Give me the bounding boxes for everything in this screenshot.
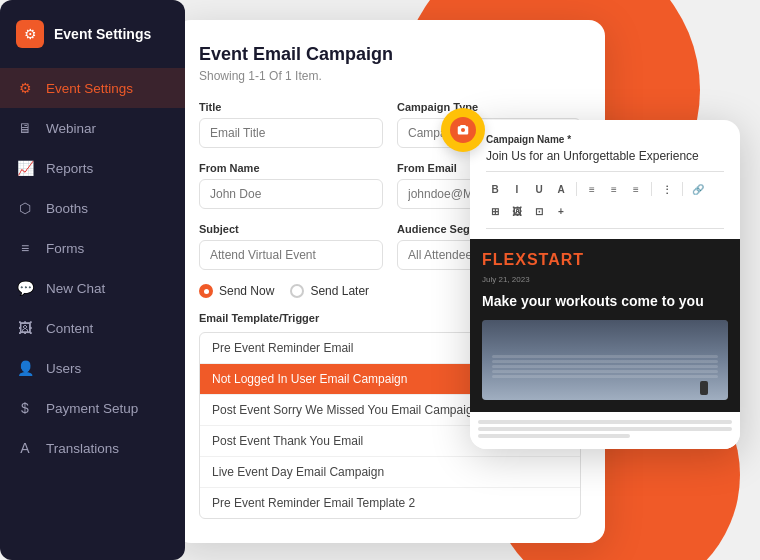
send-later-radio[interactable] xyxy=(290,284,304,298)
sidebar-logo: ⚙ Event Settings xyxy=(0,20,185,68)
template-item-5[interactable]: Live Event Day Email Campaign xyxy=(200,457,580,488)
profile-icon-inner xyxy=(450,117,476,143)
runner-figure xyxy=(700,381,708,395)
sidebar-item-payment-setup[interactable]: $Payment Setup xyxy=(0,388,185,428)
stadium-row xyxy=(492,360,718,363)
from-name-input[interactable] xyxy=(199,179,383,209)
sidebar-item-event-settings[interactable]: ⚙Event Settings xyxy=(0,68,185,108)
sidebar-item-label-payment-setup: Payment Setup xyxy=(46,401,138,416)
users-icon: 👤 xyxy=(16,359,34,377)
event-settings-icon: ⚙ xyxy=(16,79,34,97)
sidebar-item-webinar[interactable]: 🖥Webinar xyxy=(0,108,185,148)
panel-subtitle: Showing 1-1 Of 1 Item. xyxy=(199,69,581,83)
toolbar-btn-9[interactable]: ⊞ xyxy=(486,202,504,220)
send-now-label: Send Now xyxy=(219,284,274,298)
template-item-6[interactable]: Pre Event Reminder Email Template 2 xyxy=(200,488,580,518)
stadium-row xyxy=(492,370,718,373)
text-line xyxy=(478,427,732,431)
email-text-preview xyxy=(470,412,740,449)
sidebar-item-label-forms: Forms xyxy=(46,241,84,256)
camera-icon xyxy=(456,123,470,137)
toolbar-btn-0[interactable]: B xyxy=(486,180,504,198)
text-line-short xyxy=(478,434,630,438)
toolbar-btn-7[interactable]: ⋮ xyxy=(658,180,676,198)
sidebar-item-label-new-chat: New Chat xyxy=(46,281,105,296)
toolbar-btn-4[interactable]: ≡ xyxy=(583,180,601,198)
email-image-preview xyxy=(482,320,728,400)
reports-icon: 📈 xyxy=(16,159,34,177)
toolbar-separator xyxy=(651,182,652,196)
toolbar-separator xyxy=(576,182,577,196)
stadium-rows xyxy=(492,355,718,380)
payment-setup-icon: $ xyxy=(16,399,34,417)
email-date: July 21, 2023 xyxy=(482,275,728,284)
toolbar-btn-5[interactable]: ≡ xyxy=(605,180,623,198)
toolbar-btn-11[interactable]: ⊡ xyxy=(530,202,548,220)
from-name-group: From Name xyxy=(199,162,383,209)
title-group: Title xyxy=(199,101,383,148)
app-logo-icon: ⚙ xyxy=(16,20,44,48)
toolbar-btn-6[interactable]: ≡ xyxy=(627,180,645,198)
email-preview-header: Campaign Name * Join Us for an Unforgett… xyxy=(470,120,740,239)
sidebar: ⚙ Event Settings ⚙Event Settings🖥Webinar… xyxy=(0,0,185,560)
sidebar-item-reports[interactable]: 📈Reports xyxy=(0,148,185,188)
send-later-option[interactable]: Send Later xyxy=(290,284,369,298)
sidebar-item-label-event-settings: Event Settings xyxy=(46,81,133,96)
profile-icon-float xyxy=(441,108,485,152)
subject-input[interactable] xyxy=(199,240,383,270)
editor-toolbar: BIUA≡≡≡⋮🔗⊞🖼⊡+ xyxy=(486,180,724,229)
text-line xyxy=(478,420,732,424)
new-chat-icon: 💬 xyxy=(16,279,34,297)
toolbar-separator xyxy=(682,182,683,196)
app-logo-text: Event Settings xyxy=(54,26,151,42)
title-label: Title xyxy=(199,101,383,113)
brand-logo: FLEXSTART xyxy=(482,251,728,269)
forms-icon: ≡ xyxy=(16,239,34,257)
stadium-row xyxy=(492,375,718,378)
sidebar-item-users[interactable]: 👤Users xyxy=(0,348,185,388)
sidebar-item-translations[interactable]: ATranslations xyxy=(0,428,185,468)
sidebar-item-label-booths: Booths xyxy=(46,201,88,216)
title-input[interactable] xyxy=(199,118,383,148)
content-icon: 🖼 xyxy=(16,319,34,337)
panel-title: Event Email Campaign xyxy=(199,44,581,65)
stadium-row xyxy=(492,355,718,358)
email-headline: Make your workouts come to you xyxy=(482,292,728,310)
stadium-visual xyxy=(482,320,728,400)
sidebar-item-label-webinar: Webinar xyxy=(46,121,96,136)
sidebar-item-label-translations: Translations xyxy=(46,441,119,456)
subject-group: Subject xyxy=(199,223,383,270)
toolbar-btn-3[interactable]: A xyxy=(552,180,570,198)
sidebar-item-content[interactable]: 🖼Content xyxy=(0,308,185,348)
send-now-radio[interactable] xyxy=(199,284,213,298)
toolbar-btn-2[interactable]: U xyxy=(530,180,548,198)
translations-icon: A xyxy=(16,439,34,457)
campaign-name-value: Join Us for an Unforgettable Experience xyxy=(486,149,724,172)
send-later-label: Send Later xyxy=(310,284,369,298)
sidebar-item-forms[interactable]: ≡Forms xyxy=(0,228,185,268)
toolbar-btn-12[interactable]: + xyxy=(552,202,570,220)
email-body-preview: FLEXSTART July 21, 2023 Make your workou… xyxy=(470,239,740,412)
email-preview-card: Campaign Name * Join Us for an Unforgett… xyxy=(470,120,740,449)
stadium-row xyxy=(492,365,718,368)
sidebar-item-label-reports: Reports xyxy=(46,161,93,176)
toolbar-btn-8[interactable]: 🔗 xyxy=(689,180,707,198)
subject-label: Subject xyxy=(199,223,383,235)
toolbar-btn-10[interactable]: 🖼 xyxy=(508,202,526,220)
sidebar-item-new-chat[interactable]: 💬New Chat xyxy=(0,268,185,308)
from-name-label: From Name xyxy=(199,162,383,174)
sidebar-item-label-users: Users xyxy=(46,361,81,376)
sidebar-item-booths[interactable]: ⬡Booths xyxy=(0,188,185,228)
toolbar-btn-1[interactable]: I xyxy=(508,180,526,198)
campaign-name-label: Campaign Name * xyxy=(486,134,724,145)
webinar-icon: 🖥 xyxy=(16,119,34,137)
campaign-type-label: Campaign Type xyxy=(397,101,581,113)
booths-icon: ⬡ xyxy=(16,199,34,217)
send-now-option[interactable]: Send Now xyxy=(199,284,274,298)
sidebar-item-label-content: Content xyxy=(46,321,93,336)
